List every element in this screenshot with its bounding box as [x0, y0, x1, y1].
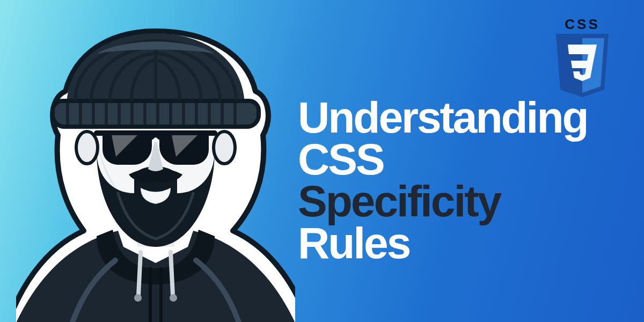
title-line-1: Understanding	[298, 97, 631, 138]
svg-point-4	[170, 294, 177, 302]
svg-point-5	[76, 131, 98, 164]
title-line-3: Specificity	[298, 180, 631, 222]
page-title: Understanding CSS Specificity Rules	[298, 97, 631, 264]
hero-avatar-illustration	[16, 16, 295, 322]
css3-badge-word: CSS	[565, 16, 599, 33]
css3-shield-icon	[553, 34, 612, 98]
title-line-2: CSS	[298, 138, 631, 180]
title-line-4: Rules	[298, 222, 631, 264]
css3-badge: CSS	[553, 16, 612, 98]
svg-point-3	[134, 294, 142, 302]
beanie-icon	[53, 33, 259, 127]
svg-point-6	[214, 131, 235, 164]
